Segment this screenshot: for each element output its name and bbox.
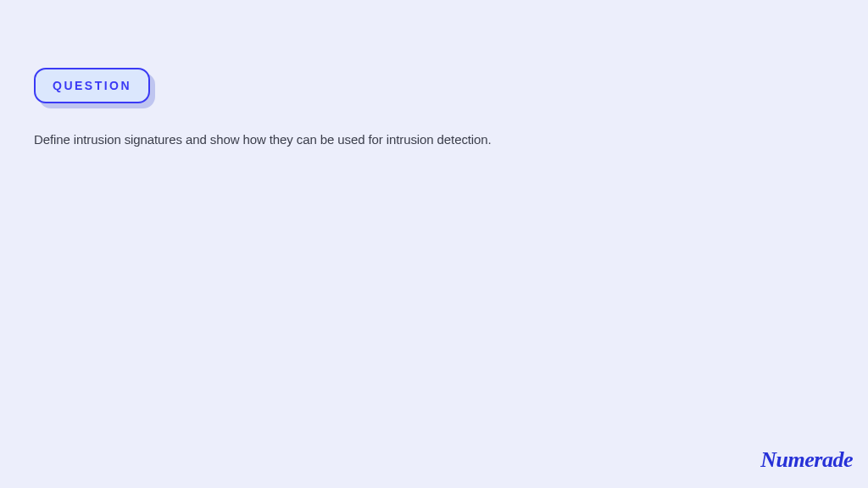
question-badge-wrapper: QUESTION (34, 68, 150, 103)
question-text: Define intrusion signatures and show how… (34, 130, 834, 150)
question-badge: QUESTION (34, 68, 150, 103)
main-content: QUESTION Define intrusion signatures and… (0, 0, 868, 184)
brand-logo: Numerade (760, 447, 853, 473)
